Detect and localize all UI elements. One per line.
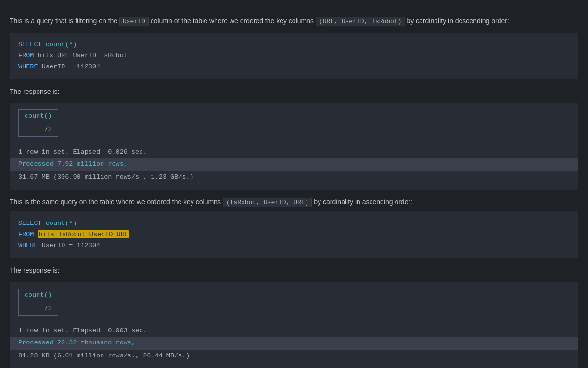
- result-table-1: count() 73: [18, 109, 58, 137]
- query2-line1: SELECT count(*): [18, 218, 570, 229]
- intro2-prefix: This is the same query on the table wher…: [10, 198, 221, 206]
- intro1-column: UserID: [119, 17, 149, 26]
- intro-paragraph-2: This is the same query on the table wher…: [10, 197, 578, 208]
- query1-line2: FROM hits_URL_UserID_IsRobot: [18, 51, 570, 62]
- query1-line3: WHERE UserID = 112304: [18, 62, 570, 73]
- result-table-inner-1: count() 73: [18, 109, 58, 137]
- intro2-suffix: by cardinality in ascending order:: [314, 198, 412, 206]
- query1-func: count(*): [46, 41, 77, 48]
- result-block-1: count() 73 1 row in set. Elapsed: 0.026 …: [10, 103, 578, 190]
- query2-select: SELECT: [18, 220, 42, 227]
- intro1-middle: column of the table where we ordered the…: [151, 17, 314, 25]
- response2-label: The response is:: [10, 265, 578, 276]
- result1-processed: Processed 7.92 million rows,: [10, 158, 578, 171]
- query2-table: hits_IsRobot_UserID_URL: [38, 230, 129, 238]
- intro1-suffix: by cardinality in descending order:: [407, 17, 509, 25]
- result2-stat: 1 row in set. Elapsed: 0.003 sec.: [18, 326, 570, 337]
- intro1-columns: (URL, UserID, IsRobot): [316, 17, 405, 26]
- query1-table: hits_URL_UserID_IsRobot: [38, 52, 128, 59]
- query-block-2: SELECT count(*) FROM hits_IsRobot_UserID…: [10, 211, 578, 258]
- response1-label: The response is:: [10, 86, 578, 97]
- result2-header: count(): [19, 289, 58, 302]
- result-table-inner-2: count() 73: [18, 289, 58, 316]
- result1-header: count(): [19, 110, 58, 123]
- query1-where: WHERE: [18, 63, 38, 70]
- intro1-prefix: This is a query that is filtering on the: [10, 17, 117, 25]
- query2-from: FROM: [18, 231, 34, 238]
- result2-processed: Processed 20.32 thousand rows,: [10, 337, 578, 350]
- query2-where: WHERE: [18, 242, 38, 249]
- query1-from: FROM: [18, 52, 34, 59]
- result-table-2: count() 73: [18, 289, 58, 316]
- query2-line3: WHERE UserID = 112304: [18, 240, 570, 251]
- result1-size: 31.67 MB (306.90 million rows/s., 1.23 G…: [18, 172, 570, 183]
- query-block-1: SELECT count(*) FROM hits_URL_UserID_IsR…: [10, 33, 578, 79]
- result1-stat: 1 row in set. Elapsed: 0.026 sec.: [18, 147, 570, 158]
- query2-func: count(*): [46, 220, 77, 227]
- query2-line2: FROM hits_IsRobot_UserID_URL: [18, 229, 570, 240]
- query1-condition: UserID = 112304: [42, 63, 101, 70]
- query1-select: SELECT: [18, 41, 42, 48]
- query2-condition: UserID = 112304: [42, 242, 101, 249]
- result1-value: 73: [19, 123, 58, 136]
- result2-size: 81.28 KB (6.61 million rows/s., 26.44 MB…: [18, 351, 570, 362]
- result-block-2: count() 73 1 row in set. Elapsed: 0.003 …: [10, 282, 578, 368]
- result2-value: 73: [19, 302, 58, 315]
- intro2-columns: (IsRobot, UserID, URL): [223, 198, 312, 207]
- query1-line1: SELECT count(*): [18, 39, 570, 51]
- intro-paragraph-1: This is a query that is filtering on the…: [10, 15, 578, 27]
